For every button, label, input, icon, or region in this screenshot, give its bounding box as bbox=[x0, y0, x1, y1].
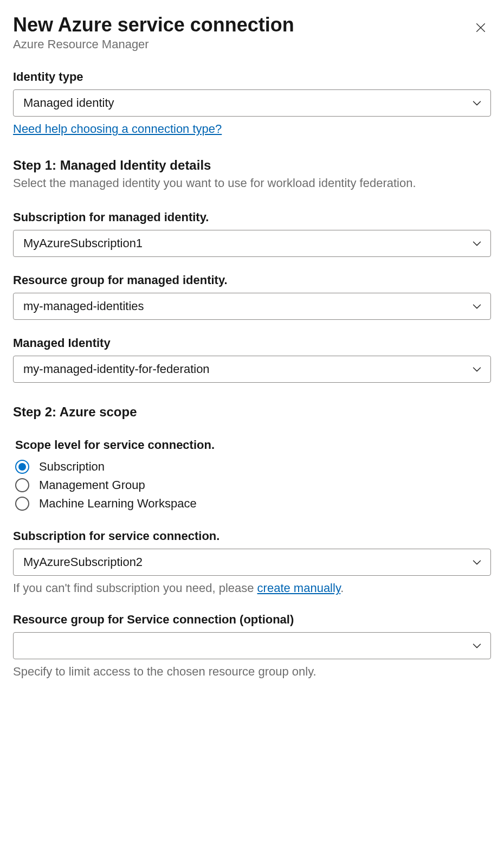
sc-resource-group-select[interactable] bbox=[13, 632, 491, 659]
step1-description: Select the managed identity you want to … bbox=[13, 175, 491, 192]
mi-subscription-value: MyAzureSubscription1 bbox=[23, 236, 143, 250]
identity-type-label: Identity type bbox=[13, 70, 491, 84]
scope-radio-subscription[interactable]: Subscription bbox=[15, 460, 491, 474]
sc-subscription-select[interactable]: MyAzureSubscription2 bbox=[13, 549, 491, 576]
chevron-down-icon bbox=[471, 300, 483, 312]
hint-text: If you can't find subscription you need,… bbox=[13, 581, 257, 595]
close-icon bbox=[475, 27, 487, 35]
mi-subscription-select[interactable]: MyAzureSubscription1 bbox=[13, 230, 491, 257]
close-button[interactable] bbox=[470, 17, 491, 38]
chevron-down-icon bbox=[471, 640, 483, 652]
managed-identity-label: Managed Identity bbox=[13, 336, 491, 350]
scope-level-label: Scope level for service connection. bbox=[15, 438, 491, 452]
scope-radio-management-group[interactable]: Management Group bbox=[15, 478, 491, 492]
step2-title: Step 2: Azure scope bbox=[13, 404, 491, 420]
mi-resource-group-select[interactable]: my-managed-identities bbox=[13, 293, 491, 320]
hint-suffix: . bbox=[340, 581, 344, 595]
step1-title: Step 1: Managed Identity details bbox=[13, 158, 491, 173]
mi-subscription-label: Subscription for managed identity. bbox=[13, 210, 491, 224]
chevron-down-icon bbox=[471, 237, 483, 249]
radio-label: Machine Learning Workspace bbox=[39, 497, 197, 511]
scope-level-radio-group: SubscriptionManagement GroupMachine Lear… bbox=[13, 460, 491, 511]
page-subtitle: Azure Resource Manager bbox=[13, 37, 294, 52]
radio-icon bbox=[15, 460, 29, 474]
sc-resource-group-label: Resource group for Service connection (o… bbox=[13, 613, 491, 627]
sc-subscription-label: Subscription for service connection. bbox=[13, 529, 491, 543]
help-choosing-link[interactable]: Need help choosing a connection type? bbox=[13, 122, 222, 136]
radio-label: Subscription bbox=[39, 460, 105, 474]
radio-label: Management Group bbox=[39, 478, 145, 492]
sc-subscription-value: MyAzureSubscription2 bbox=[23, 555, 143, 569]
managed-identity-value: my-managed-identity-for-federation bbox=[23, 362, 210, 376]
mi-resource-group-label: Resource group for managed identity. bbox=[13, 273, 491, 287]
sc-subscription-hint: If you can't find subscription you need,… bbox=[13, 580, 491, 596]
sc-resource-group-hint: Specify to limit access to the chosen re… bbox=[13, 664, 491, 680]
create-manually-link[interactable]: create manually bbox=[257, 581, 341, 595]
scope-radio-machine-learning-workspace[interactable]: Machine Learning Workspace bbox=[15, 497, 491, 511]
radio-icon bbox=[15, 497, 29, 511]
managed-identity-select[interactable]: my-managed-identity-for-federation bbox=[13, 356, 491, 383]
identity-type-value: Managed identity bbox=[23, 96, 114, 110]
page-title: New Azure service connection bbox=[13, 13, 294, 36]
mi-resource-group-value: my-managed-identities bbox=[23, 299, 144, 313]
radio-icon bbox=[15, 478, 29, 492]
chevron-down-icon bbox=[471, 556, 483, 568]
chevron-down-icon bbox=[471, 97, 483, 109]
chevron-down-icon bbox=[471, 363, 483, 375]
identity-type-select[interactable]: Managed identity bbox=[13, 89, 491, 117]
